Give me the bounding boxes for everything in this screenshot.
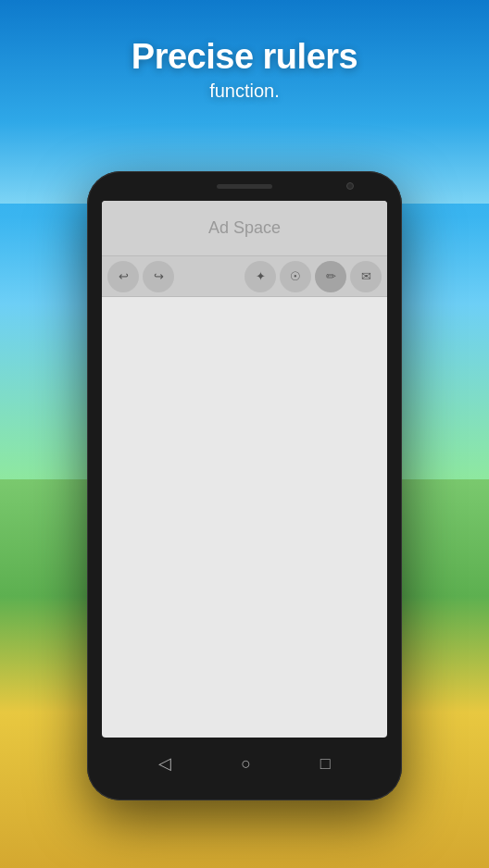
phone-screen: Ad Space ↩ ↪ ✦ ☉ ✏ ✉ bbox=[102, 201, 387, 738]
ruler-button[interactable]: ✏ bbox=[315, 261, 346, 292]
home-button[interactable]: ○ bbox=[241, 754, 251, 774]
phone-top-bar bbox=[87, 171, 402, 201]
back-button[interactable]: ◁ bbox=[158, 753, 171, 774]
phone-speaker bbox=[217, 184, 272, 189]
color-button[interactable]: ☉ bbox=[280, 261, 311, 292]
phone-nav-bar: ◁ ○ □ bbox=[87, 738, 402, 789]
layer-button[interactable]: ✉ bbox=[350, 261, 382, 292]
phone-camera bbox=[346, 182, 354, 190]
undo-button[interactable]: ↩ bbox=[107, 261, 139, 292]
headline-main: Precise rulers bbox=[0, 37, 489, 77]
redo-button[interactable]: ↪ bbox=[143, 261, 174, 292]
ad-space: Ad Space bbox=[102, 201, 387, 256]
headline-sub: function. bbox=[0, 81, 489, 102]
ad-space-label: Ad Space bbox=[208, 218, 281, 238]
phone-frame: Ad Space ↩ ↪ ✦ ☉ ✏ ✉ bbox=[87, 171, 402, 800]
brush-button[interactable]: ✦ bbox=[244, 261, 276, 292]
toolbar: ↩ ↪ ✦ ☉ ✏ ✉ bbox=[102, 256, 387, 297]
recent-button[interactable]: □ bbox=[320, 754, 331, 774]
headline: Precise rulers function. bbox=[0, 37, 489, 102]
